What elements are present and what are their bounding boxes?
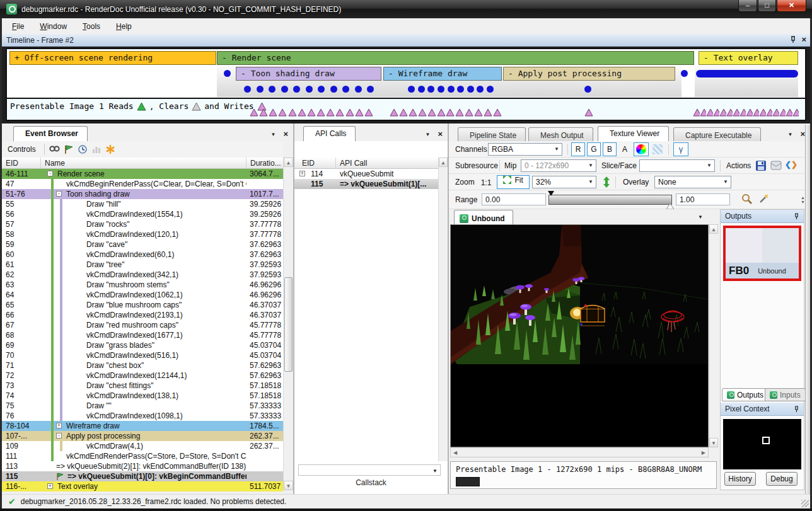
- toolbar-overflow-icon[interactable]: ▲▼: [801, 195, 805, 204]
- texture-list-dropdown-icon[interactable]: ▼: [698, 214, 703, 220]
- tab-inputs[interactable]: Inputs: [765, 388, 806, 401]
- event-row[interactable]: 47vkCmdBeginRenderPass(C=Clear, D=Clear,…: [2, 179, 283, 189]
- event-row[interactable]: 113=> vkQueueSubmit(2)[1]: vkEndCommandB…: [2, 461, 283, 471]
- event-row[interactable]: 78-104+Wireframe draw1784.5...: [2, 421, 283, 431]
- range-slider[interactable]: [548, 195, 672, 205]
- zoom-combo[interactable]: 32%▼: [532, 176, 596, 188]
- close-panel-icon[interactable]: ×: [438, 130, 443, 139]
- col-eid[interactable]: EID: [2, 158, 41, 168]
- event-row[interactable]: 73Draw "chest fittings"57.18518: [2, 381, 283, 391]
- find-event-icon[interactable]: [48, 143, 62, 156]
- event-row[interactable]: 64vkCmdDrawIndexed(1062,1)46.96296: [2, 290, 283, 300]
- range-min-input[interactable]: 0.00: [482, 193, 546, 205]
- event-row[interactable]: 111vkCmdEndRenderPass(C=Store, D=Store, …: [2, 451, 283, 461]
- event-row[interactable]: 67Draw "red mushroom caps"45.77778: [2, 320, 283, 330]
- pixel-context-header[interactable]: Pixel Context: [721, 403, 804, 416]
- event-row[interactable]: 74vkCmdDrawIndexed(138,1)57.18518: [2, 391, 283, 401]
- checker-background-button[interactable]: [651, 142, 664, 156]
- open-link-icon[interactable]: [770, 161, 782, 172]
- tab-mesh-output[interactable]: Mesh Output: [528, 127, 593, 141]
- api-calls-header[interactable]: EID API Call: [294, 158, 438, 169]
- post-event-dot[interactable]: [584, 86, 591, 93]
- marker-post[interactable]: - Apply post processing: [503, 67, 675, 81]
- flip-y-icon[interactable]: [603, 176, 610, 190]
- scroll-up-icon[interactable]: ▲: [709, 224, 718, 234]
- minimize-button[interactable]: –: [738, 0, 757, 12]
- time-draws-icon[interactable]: [76, 143, 90, 156]
- tab-api-calls[interactable]: API Calls: [303, 126, 356, 141]
- toon-event-dots[interactable]: [244, 86, 374, 93]
- save-texture-icon[interactable]: [755, 160, 767, 173]
- tab-event-browser[interactable]: Event Browser: [13, 126, 88, 141]
- event-row[interactable]: 62vkCmdDrawIndexed(342,1)37.92593: [2, 270, 283, 280]
- tab-texture-viewer[interactable]: Texture Viewer: [598, 126, 669, 141]
- zoom-1to1-button[interactable]: 1:1: [478, 175, 494, 189]
- event-browser-header[interactable]: EID Name Duratio...: [2, 158, 283, 169]
- scroll-up-icon[interactable]: ▲: [284, 158, 293, 167]
- api-call-row[interactable]: +114vkQueueSubmit: [294, 169, 438, 179]
- colorwheel-button[interactable]: [634, 142, 649, 156]
- event-row[interactable]: 115=> vkQueueSubmit(1)[0]: vkBeginComman…: [2, 471, 283, 481]
- range-white-handle[interactable]: [666, 204, 674, 209]
- tab-outputs[interactable]: Outputs: [722, 388, 768, 401]
- api-call-row[interactable]: 115=> vkQueueSubmit(1)[...: [294, 179, 438, 189]
- event-row[interactable]: 59Draw "cave"37.62963: [2, 239, 283, 250]
- channel-g-button[interactable]: G: [587, 142, 601, 156]
- fit-button[interactable]: Fit: [497, 175, 530, 189]
- close-panel-icon[interactable]: ×: [283, 130, 288, 139]
- maximize-button[interactable]: □: [758, 0, 776, 12]
- close-timeline-icon[interactable]: ×: [801, 35, 806, 44]
- expander-icon[interactable]: -: [56, 433, 62, 439]
- close-button[interactable]: ✕: [777, 0, 806, 12]
- panel-menu-icon[interactable]: ▼: [787, 132, 792, 137]
- texture-tab-unbound[interactable]: Unbound: [454, 210, 513, 224]
- event-row[interactable]: 75Draw ""57.33333: [2, 401, 283, 411]
- event-row[interactable]: 116-...+Text overlay511.7037: [2, 481, 283, 491]
- custom-shader-icon[interactable]: ❮❯: [785, 160, 798, 169]
- scroll-down-icon[interactable]: ▼: [284, 481, 293, 490]
- texture-hscrollbar[interactable]: ◀ ▶: [450, 447, 709, 457]
- mip-combo[interactable]: 0 - 1272x690▼: [521, 159, 596, 172]
- wireframe-event-dots[interactable]: [408, 86, 494, 93]
- event-row[interactable]: 51-76-Toon shading draw1017.7...: [2, 189, 283, 199]
- event-row[interactable]: 63Draw "mushroom stems"46.96296: [2, 280, 283, 290]
- outputs-header[interactable]: Outputs: [721, 210, 804, 223]
- history-button[interactable]: History: [724, 472, 756, 486]
- zoom-range-icon[interactable]: [741, 193, 753, 207]
- pin-icon[interactable]: [794, 406, 799, 413]
- expander-icon[interactable]: -: [56, 191, 62, 197]
- range-black-handle[interactable]: [548, 191, 554, 196]
- timeline-panel-header[interactable]: Timeline - Frame #2 ×: [2, 34, 810, 47]
- event-row[interactable]: 60vkCmdDrawIndexed(60,1)37.62963: [2, 250, 283, 260]
- writes-triangle[interactable]: [584, 108, 594, 117]
- event-row[interactable]: 57Draw "rocks"37.77778: [2, 219, 283, 229]
- event-dot[interactable]: [224, 70, 231, 77]
- pin-icon[interactable]: [790, 36, 796, 43]
- event-row[interactable]: 56vkCmdDrawIndexed(1554,1)39.25926: [2, 209, 283, 219]
- marker-toon[interactable]: - Toon shading draw: [236, 67, 381, 81]
- debug-button[interactable]: Debug: [766, 472, 798, 486]
- event-row[interactable]: 66vkCmdDrawIndexed(2193,1)46.37037: [2, 310, 283, 320]
- scroll-down-icon[interactable]: ▼: [709, 438, 718, 447]
- marker-wireframe[interactable]: - Wireframe draw: [383, 67, 502, 81]
- event-row[interactable]: 107-...-Apply post processing262.37...: [2, 431, 283, 441]
- timeline-chart[interactable]: + Off-screen scene rendering - Render sc…: [6, 48, 806, 99]
- event-browser-scrollbar[interactable]: ▲ ▼: [283, 158, 293, 490]
- event-row[interactable]: 65Draw "blue mushroom caps"46.37037: [2, 300, 283, 310]
- event-row[interactable]: 71Draw "chest box"57.62963: [2, 360, 283, 370]
- tab-capture-executable[interactable]: Capture Executable: [673, 127, 761, 141]
- callstack-combo[interactable]: ▼: [298, 464, 441, 476]
- writes-triangles-group[interactable]: [693, 108, 799, 117]
- overlay-combo[interactable]: None▼: [654, 176, 731, 188]
- menu-tools[interactable]: Tools: [77, 20, 106, 33]
- tab-pipeline-state[interactable]: Pipeline State: [458, 127, 526, 141]
- gamma-button[interactable]: γ: [673, 142, 688, 156]
- event-row[interactable]: 58vkCmdDrawIndexed(120,1)37.77778: [2, 229, 283, 239]
- menu-file[interactable]: File: [6, 20, 30, 33]
- marker-offscreen[interactable]: + Off-screen scene rendering: [9, 51, 216, 65]
- event-row[interactable]: 70vkCmdDrawIndexed(516,1)45.03704: [2, 350, 283, 360]
- event-row[interactable]: 55Draw "hill"39.25926: [2, 199, 283, 209]
- event-row[interactable]: 76vkCmdDrawIndexed(1098,1)57.33333: [2, 411, 283, 421]
- writes-triangles-group[interactable]: [250, 108, 373, 117]
- channel-r-button[interactable]: R: [571, 142, 585, 156]
